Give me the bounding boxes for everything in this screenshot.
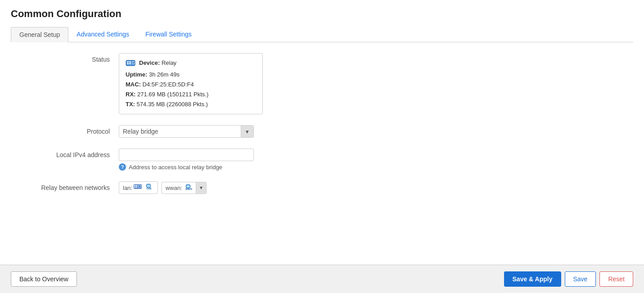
local-ipv4-hint: Address to access local relay bridge — [129, 164, 222, 171]
main-content: Common Configuration General Setup Advan… — [0, 0, 644, 265]
wwan-label-area: wwan: WWAN — [162, 182, 196, 194]
protocol-select-wrapper: Relay bridge Static address DHCP client … — [119, 125, 254, 138]
status-box: Device: Relay Uptime: 3h 26m 49s MAC: D4… — [119, 53, 263, 114]
device-icon — [126, 58, 135, 68]
wwan-label: wwan: — [166, 185, 182, 191]
svg-text:LAN: LAN — [147, 187, 152, 190]
svg-text:WWAN: WWAN — [185, 188, 192, 190]
status-tx-line: TX: 574.35 MB (2260088 Pkts.) — [126, 99, 256, 109]
svg-rect-2 — [129, 61, 131, 63]
svg-rect-10 — [134, 187, 135, 188]
svg-rect-3 — [127, 63, 129, 64]
relay-networks-row: Relay between networks lan: — [20, 181, 624, 194]
svg-rect-1 — [127, 61, 129, 63]
protocol-label: Protocol — [20, 125, 119, 135]
save-button[interactable]: Save — [565, 271, 596, 287]
svg-rect-9 — [136, 185, 137, 186]
tab-advanced-settings[interactable]: Advanced Settings — [68, 27, 137, 42]
relay-networks-wrapper: lan: — [119, 181, 389, 194]
relay-networks-label: Relay between networks — [20, 181, 119, 191]
save-apply-button[interactable]: Save & Apply — [504, 271, 561, 287]
tab-general-setup[interactable]: General Setup — [11, 27, 68, 42]
status-label: Status — [20, 53, 119, 63]
status-device-line: Device: Relay — [139, 58, 176, 68]
protocol-select[interactable]: Relay bridge Static address DHCP client … — [119, 126, 241, 137]
status-mac-line: MAC: D4:5F:25:ED:5D:F4 — [126, 80, 256, 90]
lan-icon-1 — [134, 184, 142, 192]
page-title: Common Configuration — [11, 8, 633, 20]
hint-icon: ? — [119, 163, 126, 171]
local-ipv4-input[interactable] — [119, 149, 254, 161]
svg-rect-8 — [134, 185, 135, 186]
local-ipv4-hint-row: ? Address to access local relay bridge — [119, 163, 389, 171]
tab-firewall-settings[interactable]: Firewall Settings — [137, 27, 200, 42]
svg-point-6 — [133, 62, 134, 63]
reset-button[interactable]: Reset — [599, 271, 633, 287]
lan-label: lan: — [123, 185, 132, 191]
svg-point-13 — [139, 186, 141, 188]
svg-rect-11 — [136, 187, 137, 188]
local-ipv4-row: Local IPv4 address ? Address to access l… — [20, 149, 624, 171]
back-to-overview-button[interactable]: Back to Overview — [11, 271, 77, 287]
local-ipv4-control: ? Address to access local relay bridge — [119, 149, 389, 171]
protocol-control: Relay bridge Static address DHCP client … — [119, 125, 389, 138]
wwan-dropdown-btn[interactable]: ▾ — [196, 182, 206, 194]
status-rx-line: RX: 271.69 MB (1501211 Pkts.) — [126, 90, 256, 99]
status-uptime-line: Uptime: 3h 26m 49s — [126, 70, 256, 80]
svg-rect-4 — [129, 63, 131, 64]
status-row: Status — [20, 53, 624, 114]
status-header: Device: Relay — [126, 58, 256, 68]
footer-right-buttons: Save & Apply Save Reset — [504, 271, 633, 287]
protocol-select-btn[interactable]: ▾ — [241, 126, 253, 137]
wwan-icon: WWAN — [184, 184, 192, 192]
local-ipv4-label: Local IPv4 address — [20, 149, 119, 158]
lan-icon-2: LAN — [144, 184, 153, 192]
tabs-bar: General Setup Advanced Settings Firewall… — [11, 27, 633, 42]
form-section: Status — [11, 53, 633, 194]
page-wrapper: Common Configuration General Setup Advan… — [0, 0, 644, 293]
status-control: Device: Relay Uptime: 3h 26m 49s MAC: D4… — [119, 53, 389, 114]
protocol-row: Protocol Relay bridge Static address DHC… — [20, 125, 624, 138]
relay-networks-control: lan: — [119, 181, 389, 194]
wwan-network-box: wwan: WWAN — [162, 182, 207, 194]
lan-network-box: lan: — [119, 181, 158, 194]
footer-bar: Back to Overview Save & Apply Save Reset — [0, 265, 644, 293]
